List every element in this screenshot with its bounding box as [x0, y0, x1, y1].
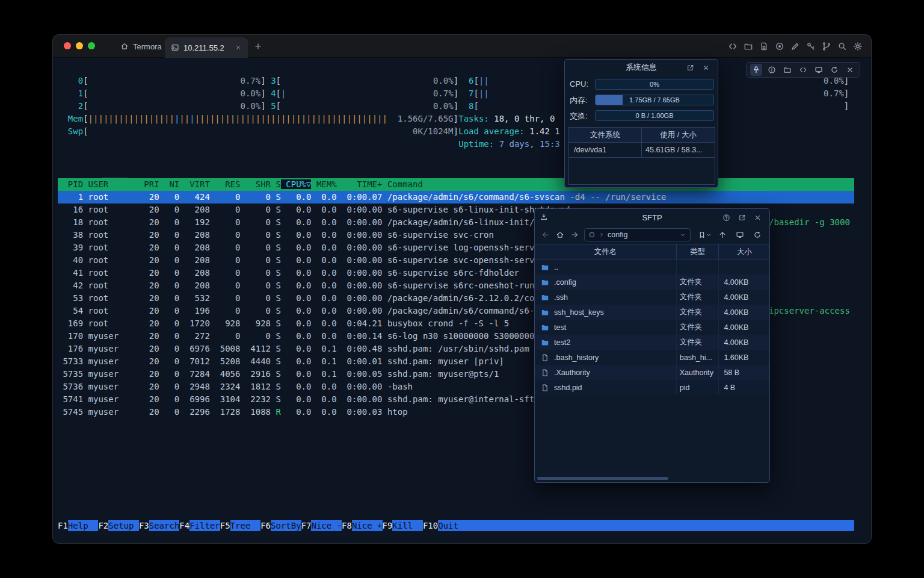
titlebar-toolbar: [728, 35, 863, 58]
info-icon[interactable]: [766, 64, 778, 76]
progress-bar: 1.75GB / 7.65GB: [595, 95, 714, 105]
minimize-window-button[interactable]: [76, 42, 83, 49]
filesystem-row: /dev/vda145.61GB / 58.3...: [569, 143, 715, 158]
progress-bar: 0 B / 1.00GB: [595, 110, 714, 121]
back-icon[interactable]: [538, 228, 553, 242]
folder-icon: [541, 293, 549, 302]
fkey-f2[interactable]: F2: [98, 520, 108, 531]
transfers-icon[interactable]: [540, 213, 549, 222]
fkey-label[interactable]: Setup: [108, 520, 139, 531]
refresh-icon[interactable]: [828, 64, 840, 76]
home-icon[interactable]: [553, 228, 567, 242]
memory-meter: Mem[||||||||||||||||||||||||||||||||||||…: [68, 113, 458, 125]
refresh-icon[interactable]: [750, 228, 765, 242]
path-breadcrumb[interactable]: config: [584, 228, 691, 241]
fkey-label[interactable]: Nice -: [311, 520, 342, 531]
file-row-sshd.pid[interactable]: sshd.pidpid4 B: [535, 380, 769, 395]
folder-icon[interactable]: [781, 64, 793, 76]
search-icon[interactable]: [837, 42, 847, 51]
help-icon[interactable]: [722, 213, 731, 222]
code-icon[interactable]: [728, 42, 738, 51]
session-tab-label: 10.211.55.2: [183, 43, 224, 52]
file-row-.config[interactable]: .config文件夹4.00KB: [535, 275, 769, 290]
close-window-button[interactable]: [64, 42, 71, 49]
column-type[interactable]: 类型: [677, 244, 719, 259]
close-icon[interactable]: [844, 64, 856, 76]
fs-column-name: 文件系统: [569, 128, 642, 142]
fkey-f3[interactable]: F3: [139, 520, 149, 531]
file-row-test2[interactable]: test2文件夹4.00KB: [535, 335, 769, 350]
fkey-f10[interactable]: F10: [423, 520, 438, 531]
horizontal-scrollbar[interactable]: [537, 477, 668, 480]
fkey-f8[interactable]: F8: [342, 520, 352, 531]
cpu-meter-4: 4[| 0.7%]: [260, 87, 458, 100]
folder-icon[interactable]: [744, 42, 753, 51]
pen-icon[interactable]: [790, 42, 800, 51]
show-hidden-eye-icon[interactable]: [733, 228, 747, 242]
fkey-f6[interactable]: F6: [260, 520, 271, 531]
open-in-window-icon[interactable]: [738, 213, 747, 222]
settings-icon[interactable]: [853, 42, 863, 51]
folder-icon: [541, 278, 549, 287]
fkey-label[interactable]: Quit: [438, 520, 469, 531]
home-icon: [120, 42, 129, 51]
filesystem-table-header: 文件系统 使用 / 大小: [569, 128, 715, 143]
sftp-navbar: config: [535, 226, 769, 244]
cpu-meter-3: 3[ 0.0%]: [260, 75, 458, 87]
forward-icon[interactable]: [567, 228, 582, 242]
fkey-label[interactable]: Filter: [189, 520, 220, 531]
file-row-..[interactable]: ..: [535, 259, 769, 275]
record-icon[interactable]: [775, 42, 784, 51]
key-icon[interactable]: [806, 42, 816, 51]
fkey-f5[interactable]: F5: [220, 520, 230, 531]
filesystem-table: 文件系统 使用 / 大小 /dev/vda145.61GB / 58.3...: [568, 127, 715, 185]
folder-icon: [541, 263, 549, 272]
branch-icon[interactable]: [822, 42, 831, 51]
fkey-label[interactable]: Nice +: [352, 520, 383, 531]
home-tab-label: Termora: [133, 42, 162, 51]
tab-ssh-session[interactable]: 10.211.55.2: [165, 37, 248, 58]
file-row-.ssh[interactable]: .ssh文件夹4.00KB: [535, 290, 769, 305]
display-icon[interactable]: [813, 64, 825, 76]
fkey-f9[interactable]: F9: [383, 520, 393, 531]
parent-directory-icon[interactable]: [715, 228, 730, 242]
column-size[interactable]: 大小: [719, 244, 769, 259]
path-segment[interactable]: config: [608, 231, 627, 239]
folder-icon: [541, 338, 549, 347]
fkey-f4[interactable]: F4: [179, 520, 189, 531]
tab-close-icon[interactable]: [235, 44, 242, 51]
htop-screen-tabs: Main I/O: [58, 165, 128, 177]
open-in-window-icon[interactable]: [686, 63, 695, 72]
new-tab-button[interactable]: [253, 41, 263, 52]
column-filename[interactable]: 文件名: [535, 244, 677, 259]
fkey-label[interactable]: SortBy: [271, 520, 301, 531]
pin-icon[interactable]: [750, 64, 762, 76]
file-row-ssh_host_keys[interactable]: ssh_host_keys文件夹4.00KB: [535, 305, 769, 320]
code-icon[interactable]: [797, 64, 809, 76]
fkey-label[interactable]: Kill: [392, 520, 423, 531]
fkey-label[interactable]: Help: [68, 520, 99, 531]
bookmarks-button[interactable]: [698, 231, 712, 239]
command-fragment: ipcserver-access: [769, 305, 850, 317]
chevron-down-icon[interactable]: [679, 231, 686, 238]
fkey-f7[interactable]: F7: [301, 520, 312, 531]
process-table-header[interactable]: PID USER PRI NI VIRT RES SHR S CPU%▽ MEM…: [58, 178, 854, 191]
close-icon[interactable]: [753, 213, 762, 222]
uptime-text: Uptime: 7 days, 15:3: [458, 138, 560, 151]
load-average-text: Load average: 1.42 1: [458, 125, 560, 138]
fkey-label[interactable]: Tree: [230, 520, 261, 531]
process-row-1[interactable]: 1 root 20 0 424 0 0 S 0.0 0.0 0:00.07 /p…: [58, 191, 854, 204]
zoom-window-button[interactable]: [88, 42, 95, 49]
file-row-.bash_history[interactable]: .bash_historybash_hi...1.60KB: [535, 350, 769, 365]
resource-row: CPU:0%: [570, 79, 714, 90]
close-icon[interactable]: [701, 63, 710, 72]
fkey-f1[interactable]: F1: [58, 520, 68, 531]
sftp-panel: SFTP config: [534, 208, 770, 483]
file-row-.Xauthority[interactable]: .XauthorityXauthority58 B: [535, 365, 769, 380]
fkey-label[interactable]: Search: [149, 520, 180, 531]
file-row-test[interactable]: test文件夹4.00KB: [535, 320, 769, 335]
notes-icon[interactable]: [759, 42, 769, 51]
tab-termora-home[interactable]: Termora: [113, 35, 169, 58]
resource-row: 内存:1.75GB / 7.65GB: [570, 95, 714, 105]
cpu-meter-5: 5[ 0.0%]: [260, 100, 458, 113]
